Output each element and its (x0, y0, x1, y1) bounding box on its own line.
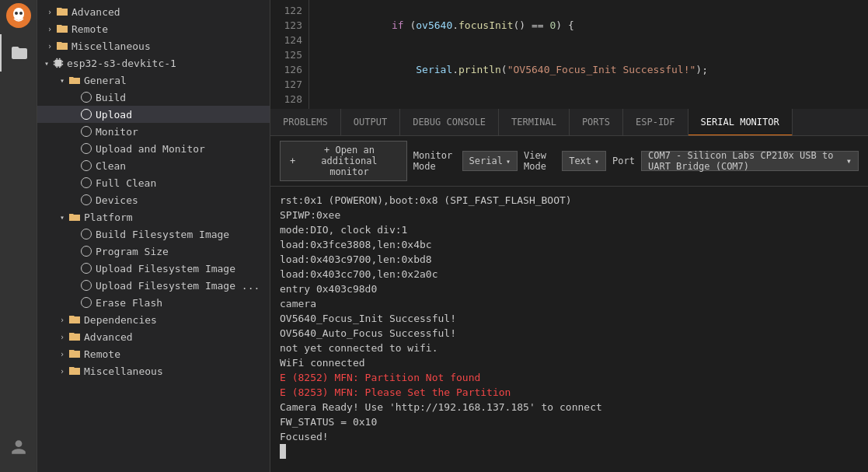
sidebar-item-upload-filesystem[interactable]: Upload Filesystem Image (37, 260, 270, 277)
sidebar-item-label: Advanced (84, 331, 133, 343)
tab-serial-monitor[interactable]: SERIAL MONITOR (688, 109, 793, 136)
monitor-mode-label: Monitor Mode (413, 150, 456, 172)
tab-ports[interactable]: PORTS (570, 109, 623, 135)
sidebar-item-program-size[interactable]: Program Size (37, 243, 270, 260)
arrow-icon: › (56, 365, 68, 377)
sidebar-item-full-clean[interactable]: Full Clean (37, 174, 270, 191)
view-mode-value: Text (569, 156, 591, 166)
view-mode-dropdown[interactable]: Text ▾ (562, 151, 606, 171)
sidebar-item-clean[interactable]: Clean (37, 157, 270, 174)
circle-icon (81, 280, 92, 291)
sidebar-item-label: Devices (96, 194, 138, 206)
sidebar-item-dependencies[interactable]: › Dependencies (37, 311, 270, 328)
monitor-mode-value: Serial (469, 156, 503, 166)
person-icon[interactable] (0, 428, 37, 466)
port-value: COM7 - Silicon Labs CP210x USB to UART B… (648, 150, 838, 172)
serial-output[interactable]: rst:0x1 (POWERON),boot:0x8 (SPI_FAST_FLA… (270, 187, 868, 472)
code-content[interactable]: if (ov5640.focusInit() == 0) { Serial.pr… (309, 0, 868, 109)
svg-point-2 (19, 12, 23, 15)
serial-output-line: load:0x403cc700,len:0x2a0c (280, 267, 859, 281)
sidebar-item-label: Miscellaneous (84, 365, 163, 377)
svg-rect-7 (59, 66, 61, 68)
tab-problems[interactable]: PROBLEMS (270, 109, 341, 135)
sidebar-item-label: Platform (84, 212, 133, 223)
sidebar-item-devices[interactable]: Devices (37, 191, 270, 208)
sidebar-item-upload-and-monitor[interactable]: Upload and Monitor (37, 140, 270, 157)
folder-icon (68, 330, 81, 343)
circle-icon (81, 92, 92, 103)
circle-icon (81, 263, 92, 274)
code-line: if (ov5640.focusInit() == 0) { (319, 3, 859, 47)
code-line: } (319, 92, 859, 109)
tabs-bar: PROBLEMS OUTPUT DEBUG CONSOLE TERMINAL P… (270, 109, 868, 136)
open-additional-monitor-button[interactable]: + + Open an additional monitor (280, 141, 407, 181)
sidebar-item-remote-2[interactable]: › Remote (37, 345, 270, 362)
svg-rect-4 (56, 58, 58, 60)
sidebar-item-label: Upload Filesystem Image (96, 263, 235, 274)
sidebar-item-label: Dependencies (84, 314, 157, 326)
folder-icon (68, 365, 81, 377)
sidebar-item-monitor[interactable]: Monitor (37, 123, 270, 140)
folder-open-icon (68, 211, 81, 223)
serial-output-line: OV5640_Auto_Focus Successful! (280, 326, 859, 341)
line-num: 128 (277, 92, 302, 107)
sidebar-item-build-filesystem[interactable]: Build Filesystem Image (37, 226, 270, 243)
port-dropdown[interactable]: COM7 - Silicon Labs CP210x USB to UART B… (641, 151, 859, 171)
code-line: Serial.println("OV5640_Focus_Init Succes… (319, 47, 859, 92)
sidebar-item-label: Remote (71, 23, 108, 35)
files-icon[interactable] (0, 34, 37, 72)
svg-point-1 (15, 12, 18, 15)
sidebar-item-build[interactable]: Build (37, 89, 270, 106)
sidebar-item-general[interactable]: ▾ General (37, 72, 270, 89)
main-area: 122 123 124 125 126 127 128 if (ov5640.f… (270, 0, 868, 472)
sidebar-item-remote[interactable]: › Remote (37, 20, 270, 37)
tab-output[interactable]: OUTPUT (341, 109, 400, 135)
sidebar-item-erase-flash[interactable]: Erase Flash (37, 294, 270, 311)
serial-output-line: E (8253) MFN: Please Set the Partition (280, 385, 859, 400)
folder-open-icon (68, 74, 81, 86)
sidebar-item-platform[interactable]: ▾ Platform (37, 208, 270, 226)
serial-output-line: SPIWP:0xee (280, 208, 859, 222)
serial-output-line: Focused! (280, 429, 859, 444)
folder-icon (68, 348, 81, 360)
folder-icon (68, 313, 81, 326)
svg-point-0 (13, 8, 24, 20)
tab-debug-console[interactable]: DEBUG CONSOLE (400, 109, 499, 135)
chevron-down-icon: ▾ (846, 156, 852, 166)
arrow-icon: ▾ (56, 211, 68, 223)
serial-cursor (280, 444, 859, 459)
chevron-down-icon: ▾ (506, 157, 511, 166)
tab-esp-idf[interactable]: ESP-IDF (623, 109, 688, 135)
tab-terminal[interactable]: TERMINAL (499, 109, 570, 135)
monitor-toolbar: + + Open an additional monitor Monitor M… (270, 136, 868, 187)
circle-icon (81, 143, 92, 154)
sidebar-item-esp32[interactable]: ▾ esp32-s3-devkitc-1 (37, 54, 270, 72)
sidebar-item-label: Erase Flash (96, 297, 162, 309)
line-num: 122 (277, 3, 302, 18)
sidebar-item-miscellaneous-2[interactable]: › Miscellaneous (37, 362, 270, 379)
sidebar-item-advanced-2[interactable]: › Advanced (37, 328, 270, 345)
monitor-mode-dropdown[interactable]: Serial ▾ (462, 151, 518, 171)
circle-icon (81, 177, 92, 188)
sidebar-item-upload[interactable]: Upload (37, 106, 270, 123)
sidebar-item-label: Program Size (96, 246, 169, 257)
svg-rect-5 (59, 58, 61, 60)
open-monitor-btn-label: + Open an additional monitor (302, 145, 396, 177)
arrow-icon: ▾ (40, 57, 53, 69)
sidebar-item-upload-filesystem-2[interactable]: Upload Filesystem Image ... (37, 277, 270, 294)
sidebar-item-label: esp32-s3-devkitc-1 (67, 58, 176, 69)
circle-icon (81, 194, 92, 205)
serial-output-line: load:0x3fce3808,len:0x4bc (280, 237, 859, 252)
sidebar: › Advanced › Remote › Miscellaneous ▾ (37, 0, 270, 472)
serial-output-line: FW_STATUS = 0x10 (280, 414, 859, 429)
arrow-icon: › (44, 5, 56, 18)
sidebar-item-miscellaneous[interactable]: › Miscellaneous (37, 37, 270, 54)
sidebar-item-advanced[interactable]: › Advanced (37, 3, 270, 20)
circle-icon (81, 126, 92, 137)
sidebar-item-label: Miscellaneous (71, 40, 151, 52)
serial-output-line: WiFi connected (280, 355, 859, 370)
circle-icon (81, 297, 92, 308)
circle-icon (81, 246, 92, 257)
serial-output-line: mode:DIO, clock div:1 (280, 222, 859, 237)
arrow-icon: › (44, 23, 56, 35)
